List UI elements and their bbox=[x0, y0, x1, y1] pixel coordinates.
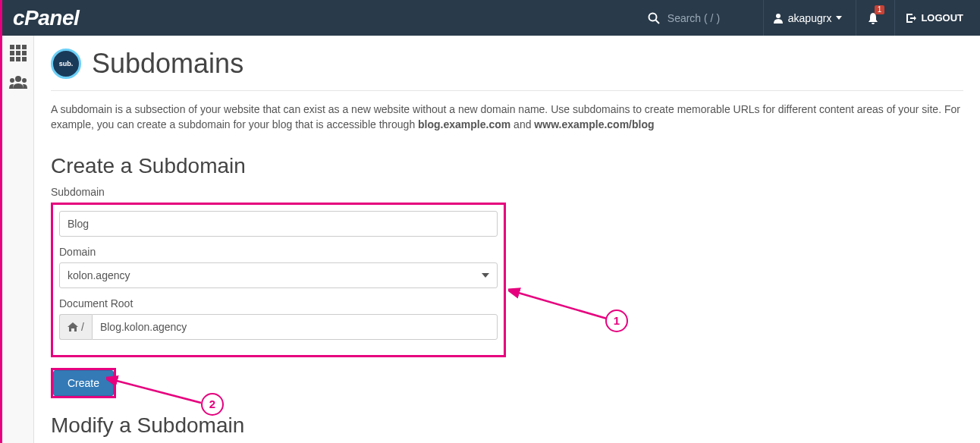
modify-section-title: Modify a Subdomain bbox=[51, 413, 963, 438]
divider bbox=[51, 90, 963, 91]
svg-rect-8 bbox=[22, 51, 27, 55]
user-icon bbox=[773, 13, 784, 24]
svg-point-13 bbox=[10, 78, 14, 83]
logout-button[interactable]: LOGOUT bbox=[894, 0, 969, 36]
apps-grid-icon[interactable] bbox=[10, 45, 27, 61]
svg-point-2 bbox=[776, 14, 781, 18]
svg-rect-4 bbox=[16, 45, 20, 49]
svg-point-12 bbox=[15, 76, 21, 82]
sidebar bbox=[2, 36, 34, 443]
user-menu[interactable]: akapugrx bbox=[763, 0, 852, 36]
svg-rect-6 bbox=[10, 51, 14, 55]
create-button[interactable]: Create bbox=[53, 370, 114, 396]
document-root-label: Document Root bbox=[59, 297, 498, 309]
svg-rect-7 bbox=[16, 51, 20, 55]
svg-rect-3 bbox=[10, 45, 14, 49]
subdomain-input[interactable] bbox=[59, 211, 498, 237]
logout-icon bbox=[906, 13, 916, 24]
create-button-highlight: Create 2 bbox=[51, 368, 116, 398]
document-root-input[interactable] bbox=[92, 314, 498, 340]
document-root-prefix: / bbox=[59, 314, 92, 340]
svg-rect-9 bbox=[10, 57, 14, 61]
search-area bbox=[648, 12, 751, 24]
annotation-arrow-2 bbox=[106, 366, 212, 412]
svg-line-16 bbox=[114, 380, 201, 403]
annotation-marker-1: 1 bbox=[605, 309, 628, 332]
users-icon[interactable] bbox=[9, 75, 27, 89]
svg-point-0 bbox=[649, 13, 656, 20]
page-title-row: sub. Subdomains bbox=[51, 48, 963, 87]
logout-label: LOGOUT bbox=[921, 12, 963, 24]
home-icon bbox=[68, 322, 78, 331]
domain-label: Domain bbox=[59, 246, 498, 258]
svg-rect-10 bbox=[16, 57, 20, 61]
intro-text: A subdomain is a subsection of your webs… bbox=[51, 102, 963, 133]
subdomains-page-icon: sub. bbox=[51, 49, 81, 79]
search-input[interactable] bbox=[667, 12, 751, 24]
header-right: akapugrx 1 LOGOUT bbox=[648, 0, 969, 36]
top-header: cPanel akapugrx 1 LOGOUT bbox=[2, 0, 980, 36]
create-section-title: Create a Subdomain bbox=[51, 154, 963, 178]
form-annotation-highlight: Domain kolon.agency Document Root / bbox=[51, 203, 506, 357]
svg-rect-11 bbox=[22, 57, 27, 61]
search-icon[interactable] bbox=[648, 12, 660, 24]
svg-line-15 bbox=[516, 292, 607, 319]
subdomain-label: Subdomain bbox=[51, 186, 963, 198]
notification-badge: 1 bbox=[875, 5, 885, 14]
notifications-button[interactable]: 1 bbox=[856, 0, 890, 36]
content-area: sub. Subdomains A subdomain is a subsect… bbox=[34, 36, 980, 443]
cpanel-logo: cPanel bbox=[13, 6, 79, 30]
caret-down-icon bbox=[836, 16, 842, 20]
domain-select[interactable]: kolon.agency bbox=[59, 262, 498, 288]
page-title: Subdomains bbox=[92, 48, 243, 80]
svg-point-14 bbox=[22, 78, 27, 83]
username-label: akapugrx bbox=[788, 12, 832, 24]
annotation-arrow-1 bbox=[508, 281, 630, 334]
annotation-marker-2: 2 bbox=[201, 393, 224, 416]
svg-rect-5 bbox=[22, 45, 27, 49]
svg-line-1 bbox=[655, 20, 659, 24]
main-wrap: sub. Subdomains A subdomain is a subsect… bbox=[2, 36, 980, 443]
